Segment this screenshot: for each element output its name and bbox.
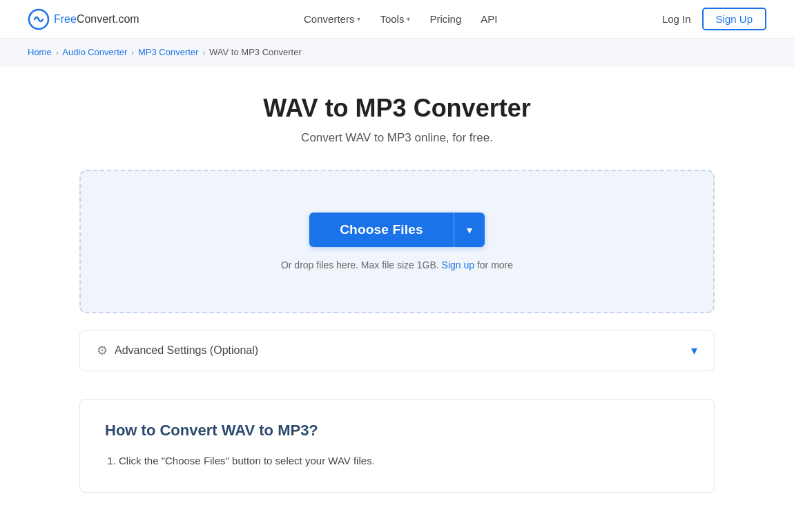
breadcrumb-sep-1: › [56, 48, 59, 57]
advanced-settings-panel: ⚙ Advanced Settings (Optional) ▾ [79, 330, 715, 371]
gear-icon: ⚙ [97, 343, 108, 358]
header: FreeConvert.com Converters ▾ Tools ▾ Pri… [0, 0, 794, 39]
breadcrumb-current: WAV to MP3 Converter [209, 47, 302, 57]
breadcrumb: Home › Audio Converter › MP3 Converter ›… [0, 39, 794, 66]
signup-button[interactable]: Sign Up [702, 8, 766, 30]
drop-hint: Or drop files here. Max file size 1GB. S… [281, 259, 513, 270]
breadcrumb-mp3-converter[interactable]: MP3 Converter [138, 47, 198, 57]
converters-chevron-icon: ▾ [357, 15, 360, 23]
chevron-down-icon: ▾ [467, 224, 472, 237]
advanced-settings-chevron-icon: ▾ [691, 343, 697, 358]
nav-api[interactable]: API [481, 13, 497, 25]
main-nav: Converters ▾ Tools ▾ Pricing API [304, 13, 497, 25]
page-subtitle: Convert WAV to MP3 online, for free. [79, 131, 715, 145]
main-content: WAV to MP3 Converter Convert WAV to MP3 … [66, 66, 728, 520]
choose-files-dropdown-button[interactable]: ▾ [454, 213, 485, 247]
page-title: WAV to MP3 Converter [79, 94, 715, 123]
breadcrumb-home[interactable]: Home [28, 47, 52, 57]
nav-converters[interactable]: Converters ▾ [304, 13, 360, 25]
logo[interactable]: FreeConvert.com [28, 8, 139, 30]
choose-files-button-group: Choose Files ▾ [309, 213, 485, 247]
logo-icon [28, 8, 50, 30]
breadcrumb-sep-2: › [131, 48, 134, 57]
login-button[interactable]: Log In [662, 13, 691, 25]
how-to-step-1: Click the "Choose Files" button to selec… [119, 452, 689, 470]
tools-chevron-icon: ▾ [407, 15, 410, 23]
signup-link[interactable]: Sign up [442, 259, 474, 270]
how-to-steps-list: Click the "Choose Files" button to selec… [105, 452, 689, 470]
advanced-settings-toggle[interactable]: ⚙ Advanced Settings (Optional) ▾ [80, 331, 714, 371]
logo-text: FreeConvert.com [54, 13, 139, 26]
nav-tools[interactable]: Tools ▾ [380, 13, 410, 25]
advanced-settings-left: ⚙ Advanced Settings (Optional) [97, 343, 258, 358]
upload-dropzone[interactable]: Choose Files ▾ Or drop files here. Max f… [79, 170, 715, 313]
how-to-section: How to Convert WAV to MP3? Click the "Ch… [79, 399, 715, 493]
header-actions: Log In Sign Up [662, 8, 766, 30]
choose-files-button[interactable]: Choose Files [309, 213, 454, 247]
breadcrumb-sep-3: › [202, 48, 205, 57]
advanced-settings-label: Advanced Settings (Optional) [115, 344, 258, 357]
how-to-title: How to Convert WAV to MP3? [105, 422, 689, 440]
breadcrumb-audio-converter[interactable]: Audio Converter [62, 47, 127, 57]
nav-pricing[interactable]: Pricing [429, 13, 461, 25]
